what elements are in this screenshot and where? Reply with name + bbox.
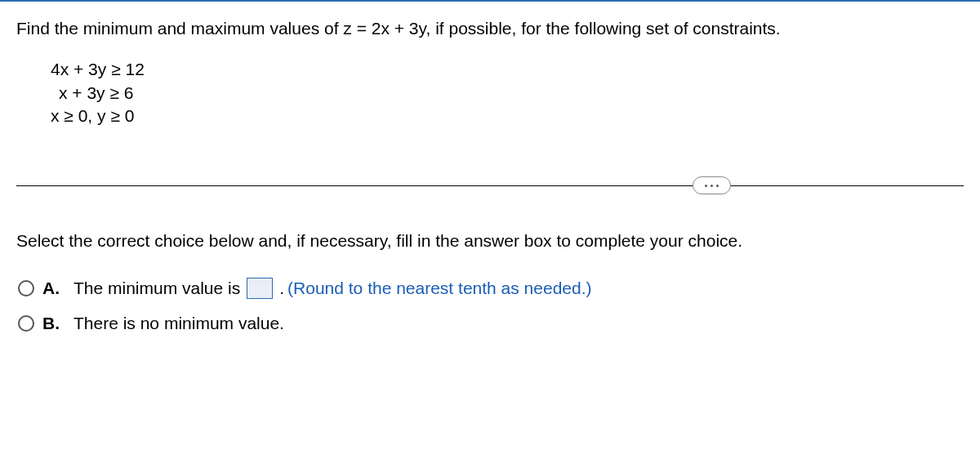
divider-row	[16, 176, 964, 196]
more-button[interactable]	[693, 176, 731, 194]
choice-a-row: A. The minimum value is . (Round to the …	[18, 278, 964, 299]
choice-b-row: B. There is no minimum value.	[18, 314, 964, 333]
radio-b[interactable]	[18, 315, 34, 332]
choice-b-label: B.	[42, 314, 60, 333]
divider-line	[16, 185, 964, 186]
constraints-block: 4x + 3y ≥ 12 x + 3y ≥ 6 x ≥ 0, y ≥ 0	[51, 58, 964, 127]
instruction-text: Select the correct choice below and, if …	[16, 229, 964, 252]
radio-a[interactable]	[18, 280, 34, 296]
question-container: Find the minimum and maximum values of z…	[0, 0, 980, 333]
constraint-line: x + 3y ≥ 6	[59, 82, 964, 105]
choice-a-hint: (Round to the nearest tenth as needed.)	[287, 279, 591, 298]
choice-a-text: The minimum value is . (Round to the nea…	[74, 278, 592, 299]
constraint-line: x ≥ 0, y ≥ 0	[51, 105, 964, 127]
question-text: Find the minimum and maximum values of z…	[16, 16, 964, 40]
choices-block: A. The minimum value is . (Round to the …	[18, 278, 964, 333]
ellipsis-icon	[705, 185, 719, 187]
choice-a-post: .	[279, 279, 284, 298]
choice-b-text: There is no minimum value.	[74, 314, 284, 333]
choice-a-label: A.	[42, 279, 60, 298]
constraint-line: 4x + 3y ≥ 12	[51, 58, 964, 81]
choice-a-pre: The minimum value is	[74, 279, 240, 298]
answer-input-a[interactable]	[247, 278, 273, 299]
